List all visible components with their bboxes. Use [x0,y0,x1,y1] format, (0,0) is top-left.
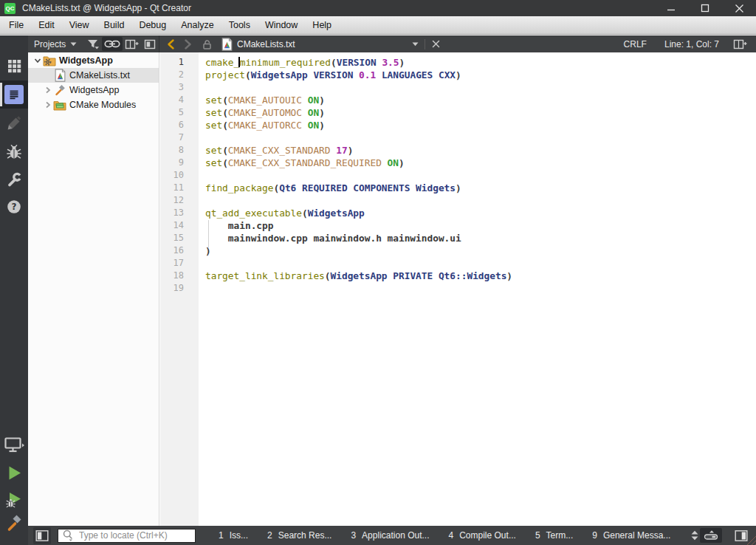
split-editor-button[interactable] [731,37,750,52]
maximize-output-pane-button[interactable] [700,528,722,543]
code-line[interactable] [205,194,756,207]
code-line[interactable]: mainwindow.cpp mainwindow.h mainwindow.u… [205,232,756,244]
code-line[interactable]: set(CMAKE_AUTORCC ON) [205,119,756,131]
search-icon [62,529,75,542]
tree-expander[interactable] [42,100,53,109]
editor-toolbar: CMakeLists.txt CRLF Line: 1, Col: 7 [159,35,756,52]
go-back-button[interactable] [163,37,179,52]
collapse-output-icon [703,529,719,541]
mode-kit-selector[interactable] [0,431,28,459]
code-line[interactable]: main.cpp [205,219,756,232]
code-line[interactable] [205,81,756,94]
mode-run[interactable] [0,459,28,487]
output-pane-number: 2 [267,530,272,541]
window-title: CMakeLists.txt @ WidgetsApp - Qt Creator [22,3,191,13]
output-panes-menu-icon[interactable] [690,529,700,542]
line-number: 11 [160,182,199,194]
menu-item-help[interactable]: Help [305,16,339,34]
maximize-icon [701,4,709,13]
toggle-right-sidebar-button[interactable] [734,529,749,543]
close-pane-button[interactable] [142,37,159,52]
pin-file-button[interactable] [199,37,216,52]
code-line[interactable]: target_link_libraries(WidgetsApp PRIVATE… [205,270,756,282]
output-pane-button-9[interactable]: 9General Messa... [592,530,670,541]
line-ending-selector[interactable]: CRLF [624,39,647,49]
menu-item-debug[interactable]: Debug [131,16,173,34]
tree-item-widgetsapp[interactable]: WidgetsApp [28,83,159,97]
output-pane-button-3[interactable]: 3Application Out... [351,530,429,541]
tree-item-label: WidgetsApp [59,55,113,66]
mode-projects[interactable] [0,165,28,193]
locator-input[interactable] [78,529,195,541]
synchronize-with-editor-button[interactable] [102,37,123,51]
code-line[interactable]: ) [205,244,756,257]
help-icon: ? [6,199,22,215]
menu-item-window[interactable]: Window [258,16,305,34]
tree-item-widgetsapp[interactable]: WidgetsApp [28,53,159,68]
tree-item-icon [53,99,66,111]
menu-item-file[interactable]: File [1,16,31,34]
mode-edit[interactable] [0,80,28,109]
panel-left-icon [35,529,49,543]
line-number: 1 [160,56,199,69]
mode-help[interactable]: ? [0,193,28,221]
maximize-button[interactable] [688,0,722,16]
menu-item-analyze[interactable]: Analyze [173,16,221,34]
open-document-tab[interactable]: CMakeLists.txt [221,38,443,51]
tree-expander[interactable] [42,86,53,95]
toggle-left-sidebar-button[interactable] [33,527,51,544]
code-line[interactable]: set(CMAKE_CXX_STANDARD_REQUIRED ON) [205,157,756,169]
tree-item-icon [53,69,66,82]
filter-button[interactable] [84,36,102,52]
code-line[interactable]: set(CMAKE_AUTOUIC ON) [205,94,756,106]
close-document-button[interactable] [429,38,443,50]
minimize-button[interactable] [654,0,688,16]
output-pane-button-1[interactable]: 1Iss... [219,530,248,541]
code-editor[interactable]: 12345678910111213141516171819 cmake_mini… [159,52,756,526]
code-line[interactable] [205,169,756,182]
output-pane-button-5[interactable]: 5Term... [535,530,573,541]
modules-icon [53,99,66,111]
chevron-down-icon[interactable] [70,42,77,47]
menu-item-build[interactable]: Build [97,16,132,34]
link-icon [104,38,120,49]
tree-expander[interactable] [32,56,43,65]
menu-item-edit[interactable]: Edit [31,16,62,34]
mode-design[interactable] [0,109,28,137]
pane-selector-dropdown[interactable]: Projects [34,39,66,49]
menu-item-view[interactable]: View [62,16,97,34]
code-line[interactable]: project(WidgetsApp VERSION 0.1 LANGUAGES… [205,69,756,81]
chevron-down-icon [33,56,42,65]
code-line[interactable] [205,257,756,270]
line-number: 10 [160,169,199,182]
mode-welcome[interactable] [0,52,28,80]
mode-debug[interactable] [0,138,28,166]
mode-build[interactable] [0,509,28,537]
line-number: 9 [160,157,199,169]
close-icon [431,39,441,49]
project-icon [43,55,56,66]
code-line[interactable]: qt_add_executable(WidgetsApp [205,207,756,219]
tree-item-cmakelists-txt[interactable]: CMakeLists.txt [28,68,159,83]
close-button[interactable] [722,0,756,16]
code-line[interactable] [205,282,756,295]
output-pane-button-2[interactable]: 2Search Res... [267,530,331,541]
document-dropdown-button[interactable] [410,41,421,48]
tree-item-cmake-modules[interactable]: CMake Modules [28,97,159,112]
split-pane-button[interactable] [123,37,142,52]
output-pane-label: General Messa... [603,530,670,541]
go-forward-button[interactable] [179,37,196,52]
code-area[interactable]: cmake_minimum_required(VERSION 3.5)proje… [205,56,756,295]
output-pane-button-4[interactable]: 4Compile Out... [449,530,516,541]
line-number: 3 [160,81,199,94]
code-line[interactable]: find_package(Qt6 REQUIRED COMPONENTS Wid… [205,182,756,194]
menu-item-tools[interactable]: Tools [221,16,258,34]
output-pane-label: Application Out... [362,530,429,541]
line-number: 4 [160,94,199,106]
code-line[interactable] [205,131,756,144]
code-line[interactable]: set(CMAKE_AUTOMOC ON) [205,106,756,119]
cursor-position-indicator[interactable]: Line: 1, Col: 7 [664,39,719,49]
code-line[interactable]: set(CMAKE_CXX_STANDARD 17) [205,144,756,157]
status-bar: 1Iss...2Search Res...3Application Out...… [28,526,756,545]
code-line[interactable]: cmake_minimum_required(VERSION 3.5) [205,56,756,69]
